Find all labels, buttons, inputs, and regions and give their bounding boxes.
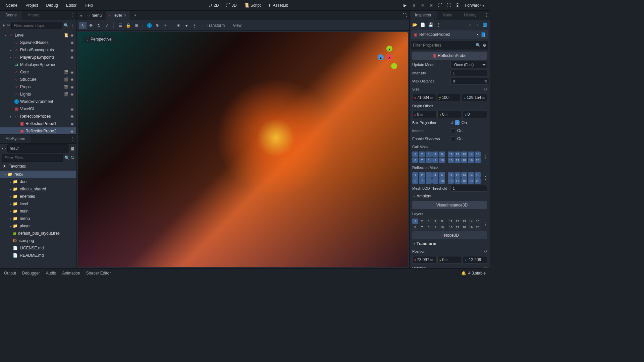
move-tool[interactable]: ✥: [87, 22, 95, 29]
position-y-input[interactable]: y0m: [437, 256, 462, 263]
add-node-button[interactable]: +: [2, 22, 5, 29]
bottom-tab-debugger[interactable]: Debugger: [22, 271, 40, 276]
env-menu-icon[interactable]: ⋮: [191, 22, 198, 29]
visibility-icon[interactable]: ◉: [69, 77, 75, 82]
chevron-down-icon[interactable]: ▾: [477, 33, 479, 36]
mask-bit-6[interactable]: 6: [412, 178, 418, 184]
mask-bit-17[interactable]: 17: [454, 178, 461, 184]
visibility-icon[interactable]: ◉: [69, 69, 75, 75]
mask-bit-10[interactable]: 10: [439, 158, 445, 163]
reset-position-icon[interactable]: ↺: [484, 249, 487, 254]
mask-bit-15[interactable]: 15: [475, 172, 481, 178]
favorites-header[interactable]: ★ Favorites:: [0, 163, 76, 170]
mask-bit-6[interactable]: 6: [412, 225, 418, 230]
update-mode-select[interactable]: Once (Fast): [450, 61, 487, 68]
mask-bit-9[interactable]: 9: [432, 178, 438, 184]
mask-bit-2[interactable]: 2: [419, 152, 425, 157]
mask-bit-20[interactable]: 20: [475, 225, 481, 230]
bottom-tab-audio[interactable]: Audio: [46, 271, 56, 276]
view-menu[interactable]: View: [230, 23, 244, 28]
scene-instance-icon[interactable]: 🎬: [63, 77, 69, 82]
fs-item-default-bus-layout-tres[interactable]: ⊞default_bus_layout.tres: [0, 230, 76, 237]
dock-menu-icon[interactable]: ⋮: [68, 11, 76, 20]
filter-settings-icon[interactable]: ⚙: [483, 43, 486, 48]
mask-bit-1[interactable]: 1: [412, 152, 418, 157]
mask-bit-7[interactable]: 7: [419, 158, 425, 163]
bottom-tab-output[interactable]: Output: [4, 271, 16, 276]
mode-3d[interactable]: ⛶ 3D: [223, 1, 240, 10]
interior-checkbox[interactable]: [450, 128, 455, 133]
mask-bit-14[interactable]: 14: [468, 172, 474, 178]
inspector-menu-icon[interactable]: ⋮: [436, 22, 442, 28]
history-back-icon[interactable]: ‹: [467, 22, 473, 28]
scene-tab-prev-icon[interactable]: ◂: [78, 13, 84, 18]
stop-button[interactable]: ■: [419, 1, 427, 9]
mask-bit-20[interactable]: 20: [475, 178, 481, 184]
origin-y-input[interactable]: y0m: [437, 111, 462, 118]
class-section-visualinstance3d[interactable]: ⬚ VisualInstance3D: [412, 201, 487, 209]
scene-menu-icon[interactable]: ⋮: [70, 22, 74, 29]
mask-bit-20[interactable]: 20: [475, 158, 481, 163]
mask-menu-icon[interactable]: ⋮: [483, 176, 487, 180]
mask-bit-19[interactable]: 19: [468, 178, 474, 184]
play-custom-button[interactable]: ⛶: [445, 1, 453, 9]
mask-bit-12[interactable]: 12: [454, 152, 461, 157]
fs-item-level[interactable]: ▸📁level: [0, 200, 76, 207]
scene-tree[interactable]: ▾ ○ Level 📜◉ ○ SpawnedNodes ◉ ▸ ○ RobotS…: [0, 31, 76, 134]
fs-item-main[interactable]: ▸📁main: [0, 207, 76, 215]
fs-dock-menu-icon[interactable]: ⋮: [68, 134, 76, 143]
scene-node-worldenvironment[interactable]: 🌐 WorldEnvironment: [0, 98, 76, 105]
mask-bit-11[interactable]: 11: [448, 172, 454, 178]
fs-item-res---[interactable]: ▾📁res://: [0, 171, 76, 178]
play-scene-button[interactable]: ⛶: [436, 1, 444, 9]
link-node-button[interactable]: ⚯: [7, 22, 10, 29]
add-scene-tab[interactable]: +: [130, 11, 140, 19]
lock-tool[interactable]: 🔒: [124, 22, 132, 29]
scene-node-reflectionprobe2[interactable]: ▣ ReflectionProbe2 ◉: [0, 127, 76, 134]
particles-tool[interactable]: ✦: [162, 22, 169, 29]
mask-bit-13[interactable]: 13: [461, 172, 467, 178]
scene-node-reflectionprobe1[interactable]: ▣ ReflectionProbe1 ◉: [0, 120, 76, 127]
sun-tool[interactable]: ☀: [175, 22, 182, 29]
mask-bit-5[interactable]: 5: [439, 152, 445, 157]
scene-node-reflectionprobes[interactable]: ▾ ○ ReflectionProbes ◉: [0, 113, 76, 120]
fs-path-input[interactable]: [7, 144, 69, 153]
remote-button[interactable]: ⎘: [427, 1, 435, 9]
enable-shadows-checkbox[interactable]: [450, 136, 455, 141]
fs-filter-input[interactable]: [2, 154, 63, 162]
mask-bit-9[interactable]: 9: [432, 225, 438, 230]
transform-section[interactable]: ▾Transform: [411, 240, 488, 247]
close-tab-icon[interactable]: ×: [124, 13, 126, 18]
mask-bit-11[interactable]: 11: [448, 152, 454, 157]
mask-bit-14[interactable]: 14: [468, 152, 474, 157]
select-tool[interactable]: ↖: [79, 22, 87, 29]
movie-button[interactable]: ⦿: [453, 1, 462, 9]
scene-instance-icon[interactable]: 🎬: [63, 92, 69, 97]
inspector-body[interactable]: ▣ ReflectionProbe Update Mode Once (Fast…: [410, 51, 490, 268]
visibility-icon[interactable]: ◉: [69, 84, 75, 89]
box-projection-checkbox[interactable]: ✓: [455, 120, 460, 125]
env-tool[interactable]: ●: [183, 22, 190, 29]
visibility-icon[interactable]: ◉: [69, 47, 75, 53]
mask-bit-8[interactable]: 8: [426, 225, 432, 230]
mask-bit-16[interactable]: 16: [448, 225, 454, 230]
search-icon[interactable]: 🔍: [64, 22, 69, 29]
size-z-input[interactable]: z129.154m: [462, 94, 487, 101]
mask-bit-10[interactable]: 10: [439, 178, 445, 184]
mask-bit-10[interactable]: 10: [439, 225, 445, 230]
scene-filter-input[interactable]: [11, 22, 62, 29]
mask-bit-12[interactable]: 12: [454, 219, 461, 224]
mask-menu-icon[interactable]: ⋮: [483, 155, 487, 160]
origin-z-input[interactable]: z0m: [463, 111, 487, 118]
mask-bit-5[interactable]: 5: [439, 172, 445, 178]
scene-node-structure[interactable]: ○ Structure 🎬◉: [0, 76, 76, 83]
scene-node-level[interactable]: ▾ ○ Level 📜◉: [0, 32, 76, 39]
fs-item-readme-md[interactable]: 📄README.md: [0, 252, 76, 259]
new-resource-icon[interactable]: 📄: [420, 22, 426, 28]
search-icon[interactable]: 🔍: [476, 43, 481, 48]
class-section-reflectionprobe[interactable]: ▣ ReflectionProbe: [412, 52, 487, 60]
gizmo-z-axis[interactable]: z: [378, 54, 384, 60]
gizmo-y-axis[interactable]: y: [386, 46, 392, 52]
scene-node-lights[interactable]: ○ Lights 🎬◉: [0, 90, 76, 98]
tab-scene[interactable]: Scene: [0, 11, 22, 20]
